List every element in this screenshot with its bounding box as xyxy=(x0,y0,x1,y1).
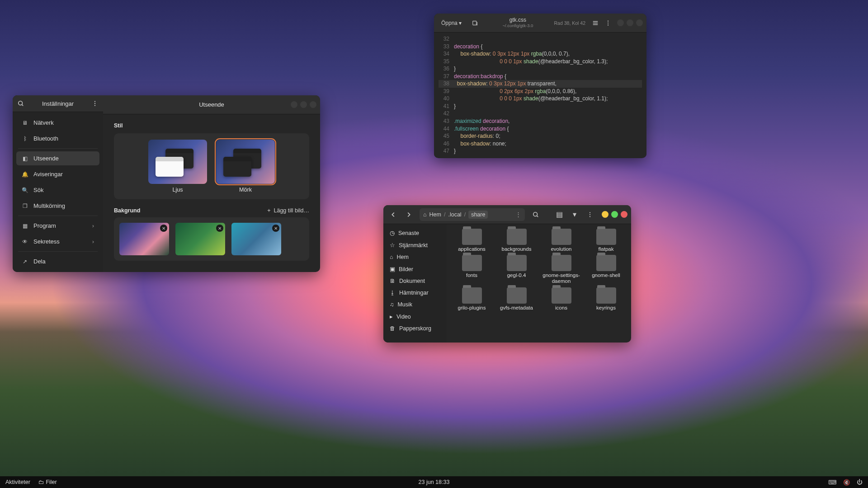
remove-background-icon[interactable]: ✕ xyxy=(272,225,279,232)
open-button[interactable]: Öppna ▾ xyxy=(438,17,465,29)
sidebar-item-bluetooth[interactable]: ᛒBluetooth xyxy=(16,131,99,145)
folder-item[interactable]: grilo-plugins xyxy=(449,287,494,311)
forward-button[interactable] xyxy=(402,208,415,221)
back-button[interactable] xyxy=(387,208,400,221)
folder-icon xyxy=(596,287,616,304)
sidebar-item-applications[interactable]: ▦Program› xyxy=(16,219,99,233)
folder-item[interactable]: evolution xyxy=(539,229,584,252)
place-home[interactable]: ⌂Hem xyxy=(383,251,447,263)
maximize-button[interactable] xyxy=(611,211,618,218)
folder-icon xyxy=(462,287,482,304)
place-pictures[interactable]: ▣Bilder xyxy=(383,263,447,275)
folder-item[interactable]: fonts xyxy=(449,255,494,284)
svg-point-2 xyxy=(94,103,95,104)
svg-point-11 xyxy=(590,216,590,217)
place-video[interactable]: ▸Video xyxy=(383,310,447,323)
view-dropdown-icon[interactable]: ▾ xyxy=(568,208,581,221)
minimize-button[interactable] xyxy=(291,101,297,108)
folder-item[interactable]: applications xyxy=(449,229,494,252)
folder-item[interactable]: gegl-0.4 xyxy=(494,255,539,284)
place-recent[interactable]: ◷Senaste xyxy=(383,227,447,239)
background-thumb[interactable]: ✕ xyxy=(175,223,225,255)
folder-item[interactable]: keyrings xyxy=(584,287,628,311)
remove-background-icon[interactable]: ✕ xyxy=(216,225,223,232)
grid-icon: ▦ xyxy=(22,223,28,229)
activities-button[interactable]: Aktiviteter xyxy=(5,479,30,485)
minimize-button[interactable] xyxy=(602,211,609,218)
folder-item[interactable]: icons xyxy=(539,287,584,311)
home-icon: ⌂ xyxy=(390,254,393,260)
editor-subtitle: ~/.config/gtk-3.0 xyxy=(481,23,554,28)
path-menu-icon[interactable]: ⋮ xyxy=(515,211,521,218)
place-trash[interactable]: 🗑Papperskorg xyxy=(383,323,447,334)
sidebar-item-multitask[interactable]: ❐Multikörning xyxy=(16,199,99,213)
close-button[interactable] xyxy=(621,211,627,218)
music-icon: ♫ xyxy=(390,301,394,308)
menu-icon[interactable] xyxy=(602,17,614,29)
background-thumb[interactable]: ✕ xyxy=(119,223,169,255)
sidebar-item-share[interactable]: ↗Dela xyxy=(16,254,99,268)
chevron-right-icon: › xyxy=(92,238,94,245)
svg-rect-4 xyxy=(473,21,476,25)
files-iconview[interactable]: applications backgrounds evolution flatp… xyxy=(447,224,631,343)
path-bar[interactable]: ⌂ Hem/ .local/ share ⋮ xyxy=(420,208,525,221)
sidebar-item-notifications[interactable]: 🔔Aviseringar xyxy=(16,167,99,181)
background-thumb[interactable]: ✕ xyxy=(231,223,281,255)
style-card: Ljus Mörk xyxy=(114,133,309,199)
folder-icon xyxy=(552,229,571,245)
remove-background-icon[interactable]: ✕ xyxy=(160,225,167,232)
folder-item[interactable]: gnome-settings-daemon xyxy=(539,255,584,284)
settings-page-title: Utseende xyxy=(199,101,224,108)
menu-icon[interactable] xyxy=(89,97,101,110)
eye-icon: 👁 xyxy=(22,239,28,245)
style-heading: Stil xyxy=(114,122,309,129)
sidebar-icon[interactable] xyxy=(589,17,602,29)
editor-content[interactable]: 32 33decoration { 34 box-shadow: 0 3px 1… xyxy=(434,33,646,158)
files-indicator[interactable]: 🗀 Filer xyxy=(38,479,57,485)
folder-icon xyxy=(462,255,482,271)
menu-icon[interactable] xyxy=(584,208,596,221)
keyboard-icon[interactable]: ⌨ xyxy=(828,479,837,486)
sidebar-item-search[interactable]: 🔍Sök xyxy=(16,183,99,197)
folder-icon xyxy=(507,229,527,245)
view-icon-grid[interactable]: ▤ xyxy=(553,208,566,221)
editor-status: Rad 38, Kol 42 xyxy=(554,20,585,26)
power-icon[interactable]: ⏻ xyxy=(857,479,863,485)
sidebar-item-privacy[interactable]: 👁Sekretess› xyxy=(16,235,99,249)
style-option-dark[interactable]: Mörk xyxy=(216,140,275,193)
clock-icon: ◷ xyxy=(390,230,395,236)
clock[interactable]: 23 jun 18:33 xyxy=(419,479,450,485)
folder-item[interactable]: gvfs-metadata xyxy=(494,287,539,311)
minimize-button[interactable] xyxy=(617,19,624,26)
style-option-light[interactable]: Ljus xyxy=(148,140,207,193)
sidebar-item-appearance[interactable]: ◧Utseende xyxy=(16,151,99,165)
add-background-button[interactable]: + Lägg till bild… xyxy=(267,207,309,214)
folder-icon xyxy=(596,229,616,245)
sidebar-item-network[interactable]: 🖥Nätverk xyxy=(16,116,99,130)
display-icon: 🖥 xyxy=(22,120,28,126)
bottom-panel: Aktiviteter 🗀 Filer 23 jun 18:33 ⌨ 🔇 ⏻ xyxy=(0,476,868,488)
search-icon[interactable] xyxy=(529,208,542,221)
multitask-icon: ❐ xyxy=(22,203,28,209)
maximize-button[interactable] xyxy=(300,101,307,108)
search-icon: 🔍 xyxy=(22,187,28,193)
folder-item[interactable]: flatpak xyxy=(584,229,628,252)
volume-icon[interactable]: 🔇 xyxy=(843,479,850,486)
maximize-button[interactable] xyxy=(627,19,633,26)
folder-icon xyxy=(462,229,482,245)
settings-sidebar: Inställningar 🖥Nätverk ᛒBluetooth ◧Utsee… xyxy=(13,95,103,272)
folder-icon xyxy=(507,255,527,271)
place-documents[interactable]: 🗎Dokument xyxy=(383,275,447,287)
folder-item[interactable]: backgrounds xyxy=(494,229,539,252)
place-downloads[interactable]: ⭳Hämtningar xyxy=(383,287,447,299)
folder-icon xyxy=(552,255,571,271)
search-icon[interactable] xyxy=(14,97,27,110)
new-tab-icon[interactable] xyxy=(469,17,481,29)
place-music[interactable]: ♫Musik xyxy=(383,299,447,310)
video-icon: ▸ xyxy=(390,313,393,320)
place-starred[interactable]: ☆Stjärnmärkt xyxy=(383,239,447,251)
folder-item[interactable]: gnome-shell xyxy=(584,255,628,284)
share-icon: ↗ xyxy=(22,258,28,265)
close-button[interactable] xyxy=(310,101,316,108)
close-button[interactable] xyxy=(636,19,643,26)
